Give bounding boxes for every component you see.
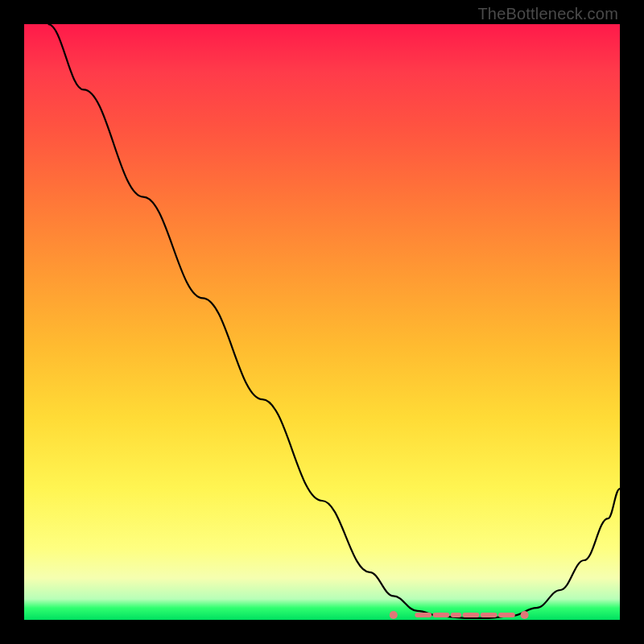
curve-path	[48, 24, 620, 618]
plot-area	[24, 24, 620, 620]
marker-dot	[390, 611, 398, 619]
chart-canvas: TheBottleneck.com	[0, 0, 644, 644]
marker-dot	[521, 611, 529, 619]
chart-svg	[24, 24, 620, 620]
watermark-text: TheBottleneck.com	[477, 5, 618, 23]
